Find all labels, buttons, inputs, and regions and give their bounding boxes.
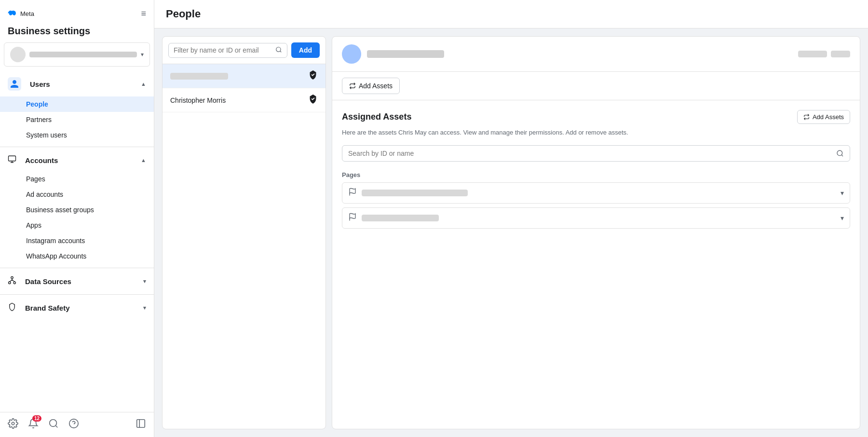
notifications-icon[interactable]: 12 [28,418,39,431]
sidebar-header: Meta ≡ [0,0,154,24]
data-sources-section-header[interactable]: Data Sources ▾ [0,271,154,291]
asset-item-2-left [348,213,439,223]
svg-line-9 [55,425,57,427]
brand-safety-label: Brand Safety [25,304,70,312]
search-bottom-icon[interactable] [48,418,59,431]
data-sources-section: Data Sources ▾ [0,269,154,293]
svg-point-4 [11,277,14,279]
hamburger-icon[interactable]: ≡ [141,9,146,19]
brand-safety-section-header[interactable]: Brand Safety ▾ [0,298,154,318]
data-sources-icon [8,276,16,287]
accounts-label: Accounts [25,156,58,164]
brand-safety-section: Brand Safety ▾ [0,296,154,320]
user-actions [798,51,850,57]
users-label: Users [30,80,50,88]
search-input[interactable] [174,46,272,54]
add-assets-top-label: Add Assets [359,82,393,90]
search-input-wrapper[interactable] [168,43,287,58]
chevron-down-icon-2: ▾ [841,214,844,222]
meta-logo: Meta [8,8,34,20]
asset-name-blur-1 [362,190,468,196]
asset-item-1[interactable]: ▾ [342,182,850,204]
accounts-sub-items: Pages Ad accounts Business asset groups … [0,170,154,265]
add-assets-top-button[interactable]: Add Assets [342,78,400,94]
assets-panel: Add Assets Assigned Assets Add Assets [332,36,860,429]
assets-description: Here are the assets Chris May can access… [342,128,850,137]
sidebar-item-instagram-accounts[interactable]: Instagram accounts [0,233,154,248]
svg-point-7 [12,422,14,425]
person-name-blurred [170,73,228,80]
sidebar-item-people[interactable]: People [0,96,154,112]
add-assets-button[interactable]: Add Assets [797,110,850,124]
page-title: People [154,0,868,28]
accounts-section-header[interactable]: Accounts ▲ [0,150,154,170]
avatar [10,47,26,62]
svg-point-0 [9,11,13,15]
chevron-down-icon-1: ▾ [841,189,844,197]
sidebar-bottom: 12 [0,412,154,437]
data-sources-chevron-icon: ▾ [143,278,146,285]
users-chevron-icon: ▲ [141,81,146,87]
person-item-2[interactable]: Christopher Morris [163,88,326,112]
sidebar-item-ad-accounts[interactable]: Ad accounts [0,187,154,202]
people-search-bar: Add [163,37,326,64]
users-section-header[interactable]: Users ▲ [0,72,154,96]
accounts-icon [8,155,16,165]
account-selector[interactable]: ▾ [4,42,150,67]
brand-safety-chevron-icon: ▾ [143,305,146,311]
assets-search-input[interactable] [348,150,832,157]
users-sub-items: People Partners System users [0,96,154,144]
settings-icon[interactable] [8,418,18,431]
sidebar-item-business-asset-groups[interactable]: Business asset groups [0,202,154,218]
business-settings-title: Business settings [0,24,154,42]
asset-item-1-left [348,188,468,198]
accounts-chevron-icon: ▲ [141,157,146,163]
add-button[interactable]: Add [291,42,320,58]
toggle-panel-icon[interactable] [136,418,146,431]
sidebar: Meta ≡ Business settings ▾ Users ▲ Peopl… [0,0,154,437]
help-icon[interactable] [68,418,79,431]
action-blur-2 [831,51,850,57]
sidebar-item-system-users[interactable]: System users [0,127,154,143]
accounts-section: Accounts ▲ Pages Ad accounts Business as… [0,148,154,267]
svg-point-6 [14,282,16,284]
asset-item-2[interactable]: ▾ [342,207,850,229]
assigned-assets-section: Assigned Assets Add Assets Here are the … [332,100,860,429]
add-assets-sm-label: Add Assets [813,113,844,121]
assets-search[interactable] [342,145,850,162]
sidebar-item-pages[interactable]: Pages [0,171,154,187]
chevron-down-icon: ▾ [141,51,144,58]
person-item-1[interactable] [163,64,326,88]
sidebar-item-whatsapp-accounts[interactable]: WhatsApp Accounts [0,248,154,264]
main-content: People Add [154,0,868,437]
svg-line-15 [280,51,281,52]
sidebar-item-partners[interactable]: Partners [0,112,154,127]
users-icon [8,77,21,91]
svg-point-8 [50,420,57,427]
meta-icon [8,8,17,20]
page-flag-icon-2 [348,213,357,223]
page-flag-icon-1 [348,188,357,198]
notification-badge: 12 [32,415,41,422]
svg-rect-3 [9,156,16,161]
assets-search-icon [836,150,844,157]
assets-panel-header [332,37,860,72]
action-blur-1 [798,51,827,57]
users-section: Users ▲ People Partners System users [0,70,154,146]
data-sources-label: Data Sources [25,277,71,286]
shield-icon-1 [308,70,318,82]
add-assets-sm-icon [803,114,810,120]
svg-point-1 [13,11,16,15]
selected-user-avatar [342,44,361,64]
assigned-assets-title: Assigned Assets [342,112,411,122]
shield-icon-2 [308,94,318,106]
sidebar-item-apps[interactable]: Apps [0,218,154,233]
account-name [29,52,137,57]
meta-label: Meta [20,10,34,17]
asset-name-blur-2 [362,215,439,221]
pages-category-title: Pages [342,171,850,178]
svg-line-17 [841,155,843,156]
search-icon [275,46,282,55]
svg-point-14 [276,47,281,51]
assigned-assets-header: Assigned Assets Add Assets [342,110,850,124]
